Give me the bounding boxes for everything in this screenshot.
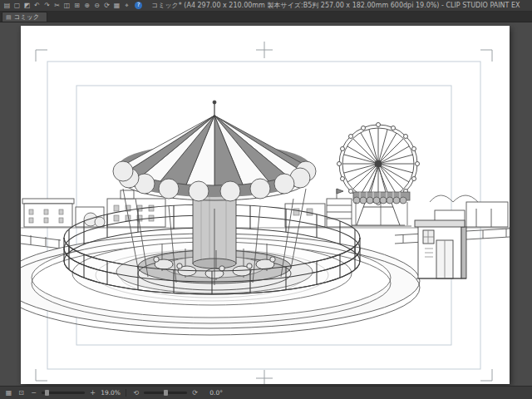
artwork-svg (21, 26, 510, 384)
paste-icon[interactable]: ⊞ (72, 1, 81, 10)
kiosk (415, 220, 466, 278)
zoom-slider[interactable] (42, 392, 85, 394)
redo-icon[interactable]: ↷ (42, 1, 52, 10)
zoom-in-icon[interactable]: ⊕ (82, 1, 91, 10)
copy-icon[interactable]: ◫ (62, 1, 71, 10)
navigator-icon[interactable]: ▦ (4, 388, 13, 397)
rotation-slider[interactable] (144, 392, 187, 394)
statusbar: ▦ ⊡ − + 19.0% ⟲ ⟳ 0.0° (0, 386, 532, 399)
rotate-cw-icon[interactable]: ⟳ (190, 388, 200, 397)
new-canvas-icon[interactable]: ▢ (12, 1, 22, 10)
canvas-area[interactable] (0, 22, 532, 386)
carousel (113, 101, 316, 293)
rotation-value: 0.0° (203, 389, 223, 397)
tab-label: コミック (14, 13, 40, 22)
fit-screen-icon[interactable]: ⊡ (17, 388, 26, 397)
rotate-view-icon[interactable]: ⟳ (102, 1, 111, 10)
grid-icon[interactable]: ▦ (112, 1, 121, 10)
zoom-out-icon[interactable]: ⊖ (92, 1, 101, 10)
carousel-roof (123, 101, 306, 185)
help-icon[interactable]: ? (135, 2, 142, 9)
statusbar-divider (126, 389, 126, 397)
undo-icon[interactable]: ↶ (32, 1, 42, 10)
canvas-page[interactable] (21, 26, 510, 384)
zoom-value: 19.0% (101, 389, 121, 397)
save-icon[interactable]: ◩ (22, 1, 32, 10)
titlebar: ▤ ▢ ◩ ↶ ↷ ✂ ◫ ⊞ ⊕ ⊖ ⟳ ▦ ⌖ ? コミック* (A4 29… (0, 0, 532, 12)
rotate-ccw-icon[interactable]: ⟲ (131, 388, 140, 397)
cut-icon[interactable]: ✂ (52, 1, 62, 10)
page-manager-icon[interactable]: ▤ (2, 1, 12, 10)
zoom-in-icon[interactable]: + (88, 388, 97, 397)
zoom-out-icon[interactable]: − (29, 388, 38, 397)
window-title: コミック* (A4 297.00 x 210.00mm 製本サイズ:B5判 25… (151, 1, 520, 10)
app-window: ▤ ▢ ◩ ↶ ↷ ✂ ◫ ⊞ ⊕ ⊖ ⟳ ▦ ⌖ ? コミック* (A4 29… (0, 0, 532, 399)
pavilion (352, 192, 411, 226)
tab-strip: ▤ コミック (0, 12, 532, 22)
tab-comic[interactable]: ▤ コミック (2, 12, 47, 22)
document-icon: ▤ (6, 14, 12, 21)
snap-icon[interactable]: ⌖ (122, 1, 131, 10)
